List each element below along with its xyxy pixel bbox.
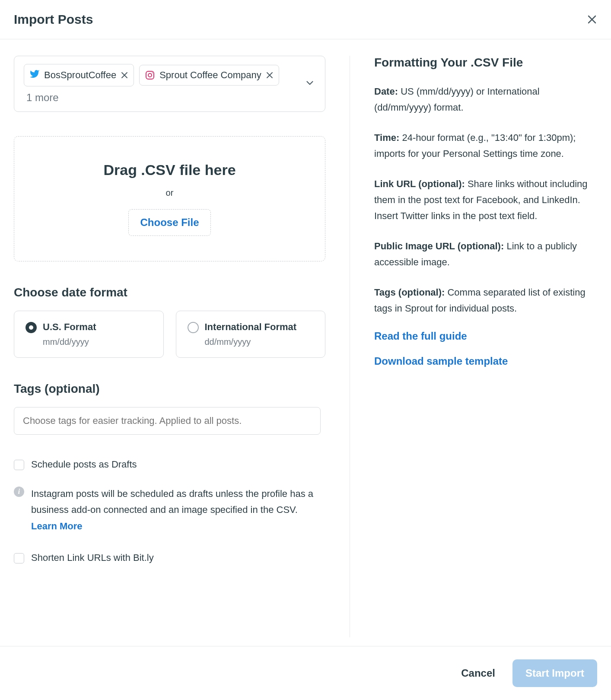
- shorten-urls-checkbox[interactable]: [14, 553, 24, 563]
- format-item-date: Date: US (mm/dd/yyyy) or International (…: [374, 83, 597, 116]
- radio-us-format[interactable]: U.S. Format mm/dd/yyyy: [14, 311, 164, 358]
- dropzone-title: Drag .CSV file here: [23, 162, 316, 178]
- formatting-heading: Formatting Your .CSV File: [374, 56, 597, 70]
- account-selector[interactable]: BosSproutCoffee Sprout Coffee Company: [14, 56, 325, 112]
- radio-international-format[interactable]: International Format dd/mm/yyyy: [176, 311, 326, 358]
- format-item-tags: Tags (optional): Comma separated list of…: [374, 284, 597, 317]
- start-import-button[interactable]: Start Import: [512, 659, 597, 687]
- cancel-button[interactable]: Cancel: [461, 667, 495, 679]
- tags-heading: Tags (optional): [14, 382, 325, 396]
- accounts-more-count: 1 more: [26, 92, 59, 104]
- close-button[interactable]: [587, 14, 597, 25]
- schedule-drafts-checkbox[interactable]: [14, 460, 24, 470]
- tags-input[interactable]: [14, 407, 321, 435]
- account-chips: BosSproutCoffee Sprout Coffee Company: [24, 64, 304, 104]
- chevron-down-icon: [304, 77, 315, 89]
- learn-more-link[interactable]: Learn More: [31, 521, 83, 531]
- right-panel: Formatting Your .CSV File Date: US (mm/d…: [350, 56, 597, 637]
- schedule-drafts-row: Schedule posts as Drafts: [14, 459, 325, 470]
- close-icon: [121, 71, 128, 79]
- radio-indicator: [25, 322, 37, 333]
- modal-footer: Cancel Start Import: [0, 646, 611, 700]
- remove-chip-button[interactable]: [121, 71, 128, 79]
- radio-sub: dd/mm/yyyy: [205, 337, 297, 347]
- modal-body: BosSproutCoffee Sprout Coffee Company: [0, 39, 611, 646]
- shorten-urls-label: Shorten Link URLs with Bit.ly: [31, 552, 154, 563]
- accounts-expand-button[interactable]: [304, 77, 315, 90]
- format-item-image-url: Public Image URL (optional): Link to a p…: [374, 238, 597, 270]
- choose-file-button[interactable]: Choose File: [128, 209, 210, 236]
- close-icon: [266, 71, 274, 79]
- radio-sub: mm/dd/yyyy: [43, 337, 96, 347]
- import-posts-modal: Import Posts BosSproutCoffee: [0, 0, 611, 700]
- svg-point-6: [152, 73, 153, 73]
- account-chip-label: Sprout Coffee Company: [159, 70, 261, 81]
- left-panel: BosSproutCoffee Sprout Coffee Company: [14, 56, 350, 637]
- format-item-time: Time: 24-hour format (e.g., "13:40" for …: [374, 130, 597, 162]
- read-guide-link[interactable]: Read the full guide: [374, 330, 597, 342]
- date-format-heading: Choose date format: [14, 286, 325, 299]
- modal-title: Import Posts: [14, 12, 93, 27]
- shorten-urls-row: Shorten Link URLs with Bit.ly: [14, 552, 325, 563]
- close-icon: [587, 14, 597, 25]
- radio-indicator: [188, 322, 199, 333]
- download-template-link[interactable]: Download sample template: [374, 355, 597, 367]
- dropzone-or: or: [23, 188, 316, 198]
- radio-title: U.S. Format: [43, 321, 96, 333]
- csv-dropzone[interactable]: Drag .CSV file here or Choose File: [14, 136, 325, 261]
- radio-title: International Format: [205, 321, 297, 333]
- account-chip-label: BosSproutCoffee: [44, 70, 116, 81]
- schedule-drafts-label: Schedule posts as Drafts: [31, 459, 137, 470]
- date-format-options: U.S. Format mm/dd/yyyy International For…: [14, 311, 325, 358]
- instagram-icon: [145, 70, 155, 80]
- instagram-info-text: Instagram posts will be scheduled as dra…: [31, 486, 325, 534]
- format-item-link-url: Link URL (optional): Share links without…: [374, 176, 597, 224]
- svg-point-5: [148, 73, 152, 77]
- remove-chip-button[interactable]: [266, 71, 274, 79]
- twitter-icon: [29, 69, 40, 82]
- account-chip-twitter[interactable]: BosSproutCoffee: [24, 64, 134, 86]
- modal-header: Import Posts: [0, 0, 611, 39]
- instagram-info-row: i Instagram posts will be scheduled as d…: [14, 486, 325, 534]
- info-icon: i: [14, 487, 24, 497]
- svg-rect-4: [146, 71, 154, 79]
- account-chip-instagram[interactable]: Sprout Coffee Company: [139, 65, 279, 86]
